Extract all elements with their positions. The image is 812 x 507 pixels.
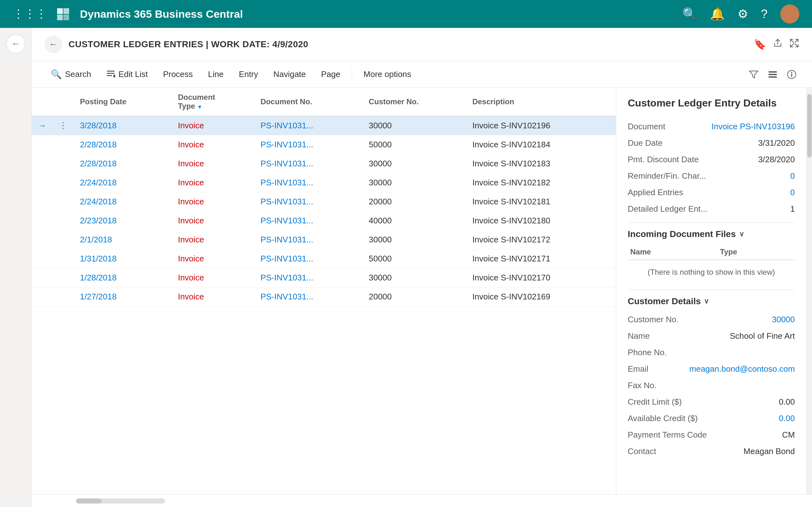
detail-scrollbar-thumb[interactable] [807,94,812,158]
toolbar-separator [352,68,352,81]
customer-field-label: Contact [628,447,656,456]
row-arrow-cell [32,154,53,173]
detail-panel-title: Customer Ledger Entry Details [628,97,795,109]
detail-field-label: Due Date [628,138,663,148]
row-menu-cell[interactable] [53,173,73,192]
incoming-docs-table: Name Type (There is nothing to show in t… [628,244,795,285]
detail-panel-scrollbar[interactable] [806,88,812,494]
table-row[interactable]: 1/28/2018InvoicePS-INV1031...30000Invoic… [32,268,616,287]
list-view-icon-button[interactable] [765,67,780,82]
svg-rect-0 [57,8,63,14]
table-row[interactable]: 2/28/2018InvoicePS-INV1031...30000Invoic… [32,154,616,173]
help-icon[interactable]: ? [761,7,768,21]
customer-field-label: Customer No. [628,315,678,325]
incoming-empty-message: (There is nothing to show in this view) [628,260,795,285]
detail-field-value: 1 [791,204,795,214]
col-menu [53,88,73,116]
bookmark-icon[interactable]: 🔖 [754,38,766,50]
info-icon-button[interactable] [784,67,799,82]
filter-icon-button[interactable] [746,67,761,82]
row-menu-cell[interactable] [53,192,73,211]
row-description: Invoice S-INV102169 [466,287,616,306]
row-description: Invoice S-INV102181 [466,192,616,211]
search-label: Search [65,69,91,79]
row-posting-date: 1/28/2018 [73,268,171,287]
row-posting-date: 1/27/2018 [73,287,171,306]
row-menu-cell[interactable] [53,211,73,230]
page-button[interactable]: Page [315,66,347,83]
row-customer-no: 50000 [362,249,466,268]
customer-field-value: 0.00 [779,413,795,424]
table-row[interactable]: 2/23/2018InvoicePS-INV1031...40000Invoic… [32,211,616,230]
table-area[interactable]: Posting Date DocumentType ▼ Document No.… [32,88,616,494]
main-container: ← ← CUSTOMER LEDGER ENTRIES | WORK DATE:… [0,28,812,507]
page-back-button[interactable]: ← [44,36,62,53]
table-row[interactable]: 2/1/2018InvoicePS-INV1031...30000Invoice… [32,230,616,249]
user-avatar[interactable] [780,4,799,23]
svg-rect-7 [107,73,114,74]
row-menu-cell[interactable] [53,249,73,268]
row-arrow-cell [32,287,53,306]
process-button[interactable]: Process [157,66,199,83]
row-menu-cell[interactable] [53,154,73,173]
line-label: Line [208,69,223,79]
entry-button[interactable]: Entry [233,66,264,83]
table-row[interactable]: 1/27/2018InvoicePS-INV1031...20000Invoic… [32,287,616,306]
col-customer-no[interactable]: Customer No. [362,88,466,116]
share-icon[interactable] [773,38,783,51]
expand-icon[interactable] [789,38,799,51]
row-document-no: PS-INV1031... [254,230,362,249]
detail-field-value[interactable]: Invoice PS-INV103196 [711,122,795,131]
row-menu-cell[interactable] [53,230,73,249]
page-title: CUSTOMER LEDGER ENTRIES | WORK DATE: 4/9… [68,39,754,49]
detail-field-value: 0 [791,187,795,198]
row-menu-cell[interactable] [53,268,73,287]
customer-details-header[interactable]: Customer Details ∨ [628,296,795,306]
toolbar: 🔍 Search Edit List Process Line Entry Na… [32,61,812,88]
customer-field-value[interactable]: meagan.bond@contoso.com [689,364,795,374]
row-menu-cell[interactable] [53,135,73,154]
notifications-icon[interactable]: 🔔 [710,7,725,21]
edit-list-button[interactable]: Edit List [100,65,154,83]
row-description: Invoice S-INV102170 [466,268,616,287]
incoming-empty-row: (There is nothing to show in this view) [628,260,795,285]
svg-marker-10 [750,71,758,78]
table-row[interactable]: 1/31/2018InvoicePS-INV1031...50000Invoic… [32,249,616,268]
row-document-no: PS-INV1031... [254,249,362,268]
table-row[interactable]: 2/24/2018InvoicePS-INV1031...30000Invoic… [32,173,616,192]
table-row[interactable]: 2/28/2018InvoicePS-INV1031...50000Invoic… [32,135,616,154]
row-menu-cell[interactable] [53,287,73,306]
navigate-button[interactable]: Navigate [267,66,312,83]
table-row[interactable]: →⋮3/28/2018InvoicePS-INV1031...30000Invo… [32,116,616,135]
row-customer-no: 20000 [362,192,466,211]
col-document-no[interactable]: Document No. [254,88,362,116]
row-document-no: PS-INV1031... [254,173,362,192]
settings-icon[interactable]: ⚙ [738,7,748,21]
search-button[interactable]: 🔍 Search [44,65,97,83]
bottom-scrollbar-thumb[interactable] [76,498,101,504]
col-posting-date[interactable]: Posting Date [73,88,171,116]
col-description[interactable]: Description [466,88,616,116]
row-customer-no: 30000 [362,173,466,192]
row-description: Invoice S-INV102172 [466,230,616,249]
sidebar-back-button[interactable]: ← [6,34,26,53]
svg-rect-6 [107,71,114,72]
detail-field-label: Document [628,122,665,131]
row-posting-date: 3/28/2018 [73,116,171,135]
col-document-type[interactable]: DocumentType ▼ [171,88,254,116]
row-menu-cell[interactable]: ⋮ [53,116,73,135]
line-button[interactable]: Line [202,66,230,83]
grid-menu-icon[interactable]: ⋮⋮⋮ [13,7,47,20]
incoming-docs-header[interactable]: Incoming Document Files ∨ [628,229,795,239]
table-header-row: Posting Date DocumentType ▼ Document No.… [32,88,616,116]
customer-detail-row: Fax No. [628,377,795,394]
row-customer-no: 30000 [362,154,466,173]
more-options-button[interactable]: More options [357,66,417,83]
row-arrow-cell [32,192,53,211]
incoming-docs-chevron: ∨ [739,230,744,238]
table-row[interactable]: 2/24/2018InvoicePS-INV1031...20000Invoic… [32,192,616,211]
global-search-icon[interactable]: 🔍 [682,7,697,21]
svg-point-16 [791,72,792,73]
row-description: Invoice S-INV102183 [466,154,616,173]
bottom-scrollbar-track[interactable] [76,498,165,504]
